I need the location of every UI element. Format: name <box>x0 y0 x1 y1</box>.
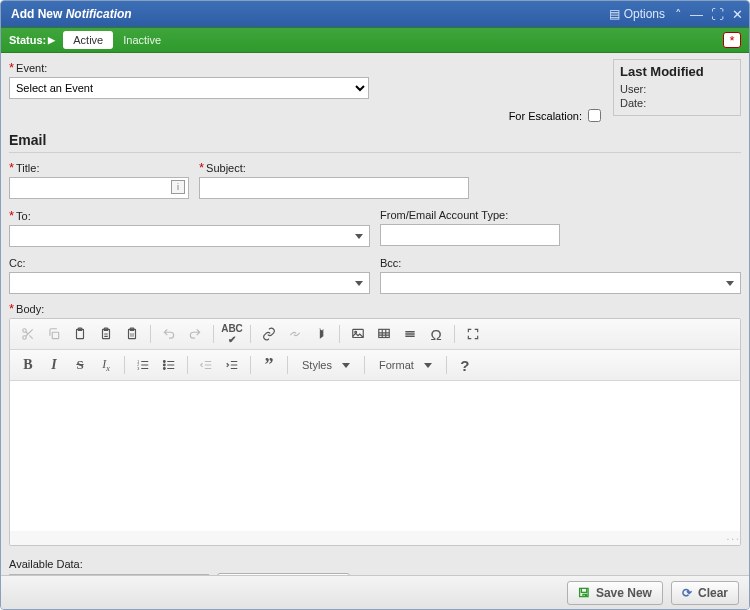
clear-button[interactable]: ⟳ Clear <box>671 581 739 605</box>
image-icon[interactable] <box>346 323 370 345</box>
available-data-section: Available Data: Select an Event above to… <box>9 558 741 575</box>
blockquote-icon[interactable]: ” <box>257 354 281 376</box>
from-label: From/Email Account Type: <box>380 209 741 221</box>
redo-icon[interactable] <box>183 323 207 345</box>
event-select[interactable]: Select an Event <box>9 77 369 99</box>
subject-label: *Subject: <box>199 161 469 174</box>
info-icon[interactable]: i <box>171 180 185 194</box>
svg-point-16 <box>163 361 165 363</box>
title-label: *Title: <box>9 161 189 174</box>
svg-rect-12 <box>379 329 390 337</box>
form-body: *Event: Select an Event For Escalation: … <box>1 53 749 575</box>
escalation-label: For Escalation: <box>509 110 582 122</box>
status-tabs: Active Inactive <box>63 31 171 49</box>
options-label: Options <box>624 7 665 21</box>
indent-icon[interactable] <box>220 354 244 376</box>
svg-text:3: 3 <box>137 367 139 371</box>
paste-text-icon[interactable] <box>94 323 118 345</box>
email-section-title: Email <box>9 132 741 148</box>
subject-input[interactable] <box>199 177 469 199</box>
caret-down-icon <box>355 234 363 239</box>
paste-word-icon[interactable]: W <box>120 323 144 345</box>
available-data-select[interactable]: Select an Event above to see Data option… <box>9 574 209 575</box>
rich-text-editor: W ABC✔ Ω <box>9 318 741 546</box>
svg-rect-2 <box>52 332 58 338</box>
window-title-em: Notification <box>66 7 132 21</box>
asterisk-icon: * <box>729 34 734 47</box>
spellcheck-icon[interactable]: ABC✔ <box>220 323 244 345</box>
minimize-icon[interactable]: — <box>690 8 703 21</box>
svg-point-17 <box>163 364 165 366</box>
collapse-icon[interactable]: ˄ <box>675 8 682 21</box>
anchor-icon[interactable] <box>309 323 333 345</box>
maximize-icon[interactable]: ⛶ <box>711 8 724 21</box>
notification-window: Add New Notification ▤ Options ˄ — ⛶ ✕ S… <box>0 0 750 610</box>
last-modified-user: User: <box>620 83 734 95</box>
escalation-field: For Escalation: <box>509 109 605 122</box>
clear-label: Clear <box>698 586 728 600</box>
link-icon[interactable] <box>257 323 281 345</box>
outdent-icon[interactable] <box>194 354 218 376</box>
bcc-label: Bcc: <box>380 257 741 269</box>
format-select[interactable]: Format <box>371 354 440 376</box>
paste-icon[interactable] <box>68 323 92 345</box>
window-title-prefix: Add New <box>11 7 66 21</box>
help-icon[interactable]: ? <box>453 354 477 376</box>
footer: 🖫 Save New ⟳ Clear <box>1 575 749 609</box>
close-icon[interactable]: ✕ <box>732 8 743 21</box>
event-label: *Event: <box>9 61 605 74</box>
editor-toolbar-1: W ABC✔ Ω <box>10 319 740 350</box>
refresh-icon: ⟳ <box>682 586 692 600</box>
remove-format-icon[interactable]: Ix <box>94 354 118 376</box>
numbered-list-icon[interactable]: 123 <box>131 354 155 376</box>
bold-icon[interactable]: B <box>16 354 40 376</box>
chevron-right-icon: ▶ <box>48 35 55 45</box>
svg-point-18 <box>163 368 165 370</box>
to-dropdown[interactable] <box>9 225 370 247</box>
styles-select[interactable]: Styles <box>294 354 358 376</box>
insert-variable-button[interactable]: Insert Data Variable <box>217 573 350 575</box>
strike-icon[interactable]: S <box>68 354 92 376</box>
body-label: *Body: <box>9 302 741 315</box>
caret-down-icon <box>726 281 734 286</box>
caret-down-icon <box>424 363 432 368</box>
copy-icon[interactable] <box>42 323 66 345</box>
window-title: Add New Notification <box>11 7 132 21</box>
svg-point-0 <box>23 329 27 333</box>
caret-down-icon <box>342 363 350 368</box>
special-char-icon[interactable]: Ω <box>424 323 448 345</box>
italic-icon[interactable]: I <box>42 354 66 376</box>
horizontal-rule-icon[interactable] <box>398 323 422 345</box>
divider <box>9 152 741 153</box>
cc-dropdown[interactable] <box>9 272 370 294</box>
save-label: Save New <box>596 586 652 600</box>
maximize-editor-icon[interactable] <box>461 323 485 345</box>
resize-handle[interactable]: ⋰ <box>10 531 740 545</box>
unlink-icon[interactable] <box>283 323 307 345</box>
status-bar: Status: ▶ Active Inactive * <box>1 27 749 53</box>
title-input[interactable] <box>9 177 189 199</box>
status-label: Status: ▶ <box>9 34 55 46</box>
to-label: *To: <box>9 209 370 222</box>
cc-label: Cc: <box>9 257 370 269</box>
table-icon[interactable] <box>372 323 396 345</box>
caret-down-icon <box>355 281 363 286</box>
options-button[interactable]: ▤ Options <box>609 7 665 21</box>
from-input <box>380 224 560 246</box>
status-tab-inactive[interactable]: Inactive <box>113 31 171 49</box>
bcc-dropdown[interactable] <box>380 272 741 294</box>
escalation-checkbox[interactable] <box>588 109 601 122</box>
available-data-label: Available Data: <box>9 558 741 570</box>
options-icon: ▤ <box>609 7 620 21</box>
cut-icon[interactable] <box>16 323 40 345</box>
body-textarea[interactable] <box>10 381 740 531</box>
bullet-list-icon[interactable] <box>157 354 181 376</box>
svg-point-1 <box>23 336 27 340</box>
last-modified-panel: Last Modified User: Date: <box>613 59 741 116</box>
last-modified-date: Date: <box>620 97 734 109</box>
status-tab-active[interactable]: Active <box>63 31 113 49</box>
save-new-button[interactable]: 🖫 Save New <box>567 581 663 605</box>
svg-text:W: W <box>130 333 135 338</box>
editor-toolbar-2: B I S Ix 123 ” Styles Format <box>10 350 740 381</box>
undo-icon[interactable] <box>157 323 181 345</box>
